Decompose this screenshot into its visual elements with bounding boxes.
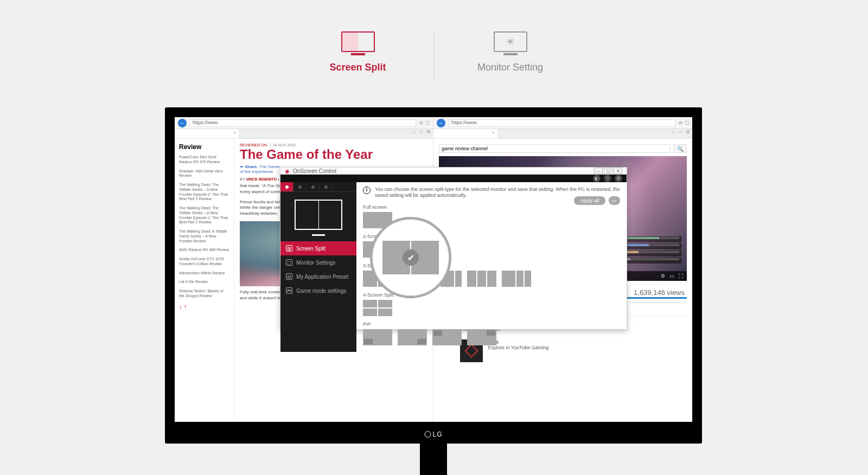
- theater-icon[interactable]: ▭: [669, 273, 674, 279]
- split-icon: ▥: [286, 245, 292, 252]
- osc-menu: ▥Screen Split ▢Monitor Settings ▤My Appl…: [280, 241, 356, 298]
- minimize-button[interactable]: —: [594, 168, 603, 174]
- osc-titlebar[interactable]: ◉ OnScreen Control — ☐ ✕: [280, 168, 627, 175]
- back-button[interactable]: ←: [437, 119, 445, 127]
- osc-monitor-tabs: [280, 182, 356, 192]
- osc-tab-monitor-2[interactable]: [293, 182, 307, 191]
- sidebar-heading: Review: [179, 143, 229, 151]
- preset-icon: ▤: [286, 273, 292, 280]
- sidebar-link[interactable]: The Walking Dead: The Telltale Series – …: [179, 183, 229, 202]
- osc-tab-monitor-4[interactable]: [320, 182, 333, 191]
- back-button[interactable]: ←: [178, 119, 187, 127]
- browser-tab[interactable]: ×: [175, 129, 240, 138]
- screen-split-icon: [341, 31, 375, 54]
- osc-help-icon[interactable]: ◐: [593, 175, 601, 182]
- fullscreen-icon[interactable]: ⛶: [679, 273, 684, 279]
- monitor-stand: [420, 444, 447, 475]
- layout-pip-3[interactable]: [432, 329, 462, 345]
- window-controls[interactable]: ⌂☆⚙: [670, 129, 692, 138]
- sidebar-link[interactable]: The Walking Dead: A Telltale Game Series…: [179, 229, 229, 243]
- search-row: 🔍: [439, 144, 687, 153]
- sidebar-link[interactable]: Shadow Tactics: Blades of the Shogun Rev…: [179, 289, 229, 299]
- sidebar-link[interactable]: AMD Radeon RX 480 Review: [179, 248, 229, 253]
- browser-toolbar: ← https://www. ⟳ ☐: [433, 117, 692, 129]
- apply-current-button[interactable]: ▭: [609, 196, 620, 205]
- layout-4-split[interactable]: [363, 300, 392, 316]
- osc-app-icon: ◉: [285, 168, 290, 174]
- osc-menu-monitor-settings[interactable]: ▢Monitor Settings: [280, 255, 356, 269]
- window-controls[interactable]: ⌂☆⚙: [411, 129, 433, 138]
- osc-settings-icon[interactable]: ⚙: [615, 175, 622, 182]
- maximize-button[interactable]: ☐: [604, 168, 612, 174]
- search-input[interactable]: [439, 144, 671, 153]
- address-bar[interactable]: https://www.: [190, 119, 416, 127]
- sidebar-link[interactable]: Shantae: Half-Genie Hero Review: [179, 169, 229, 179]
- browser-tab[interactable]: ×: [433, 129, 499, 138]
- onscreen-control-window: ◉ OnScreen Control — ☐ ✕ ◐ ? ⚙ ▥Screen S…: [280, 167, 627, 330]
- osc-tab-monitor-3[interactable]: [307, 182, 320, 191]
- osc-monitor-preview: [295, 200, 342, 230]
- tab-monitor-setting[interactable]: ✳ Monitor Setting: [435, 31, 586, 73]
- osc-menu-app-preset[interactable]: ▤My Application Preset: [280, 269, 356, 284]
- monitor-setting-icon: ✳: [494, 31, 527, 54]
- layout-3-split-d[interactable]: [467, 271, 496, 287]
- review-meta: REVIEWED ON 28 NOV 2016: [240, 143, 427, 147]
- views-underline: [622, 297, 687, 299]
- browser-toolbar: ← https://www. ⟳ ☐: [175, 117, 433, 129]
- section-full: Full screen: [363, 204, 620, 210]
- checkmark-icon: ✔: [403, 249, 419, 266]
- address-bar[interactable]: https://www.: [449, 119, 675, 127]
- monitor-brand: LG: [424, 431, 442, 438]
- tab-label: Monitor Setting: [435, 62, 586, 73]
- review-sidebar: Review PowerColor Red Devil Radeon RX 47…: [175, 139, 234, 422]
- osc-sidebar: ▥Screen Split ▢Monitor Settings ▤My Appl…: [280, 182, 356, 352]
- gamepad-icon: 🎮: [286, 287, 292, 294]
- apply-all-button[interactable]: Apply all: [574, 196, 605, 205]
- search-button[interactable]: 🔍: [674, 144, 687, 153]
- section-pip: PIP: [363, 322, 620, 327]
- osc-menu-screen-split[interactable]: ▥Screen Split: [280, 241, 356, 255]
- layout-pip-4[interactable]: [467, 329, 496, 345]
- magnifier-callout: ✔: [370, 217, 451, 298]
- addr-controls[interactable]: ⟳ ☐: [419, 120, 430, 126]
- osc-preview-stand: [312, 234, 325, 236]
- browser-tabstrip: × ⌂☆⚙: [175, 129, 433, 139]
- feature-tabs: Screen Split ✳ Monitor Setting: [0, 0, 868, 80]
- settings-icon[interactable]: ⚙: [661, 273, 665, 279]
- osc-blackbar: ◐ ? ⚙: [280, 175, 627, 182]
- sidebar-link[interactable]: Nvidia GeForce GTX 1070 Founder's Editio…: [179, 257, 229, 267]
- article-title: The Game of the Year: [240, 148, 427, 161]
- osc-info-icon[interactable]: ?: [604, 175, 611, 182]
- layout-pip-2[interactable]: [398, 329, 427, 345]
- layout-pip-1[interactable]: [363, 329, 392, 345]
- osc-tab-monitor-1[interactable]: [280, 182, 293, 191]
- tab-label: Screen Split: [282, 62, 434, 73]
- close-button[interactable]: ✕: [614, 168, 622, 174]
- sidebar-link[interactable]: Werewolves Within Review: [179, 271, 229, 276]
- sidebar-nav-arrows[interactable]: ↓ ↑: [179, 303, 229, 310]
- browser-tabstrip: × ⌂☆⚙: [433, 129, 692, 139]
- osc-title: OnScreen Control: [293, 168, 336, 174]
- layout-3-split-e[interactable]: [502, 271, 531, 287]
- sidebar-link[interactable]: Let It Die Review: [179, 280, 229, 285]
- info-icon: i: [363, 187, 371, 194]
- sidebar-link[interactable]: The Walking Dead: The Telltale Series – …: [179, 206, 229, 225]
- addr-controls[interactable]: ⟳ ☐: [679, 120, 689, 126]
- osc-menu-game-mode[interactable]: 🎮Game mode settings: [280, 284, 356, 298]
- sidebar-link[interactable]: PowerColor Red Devil Radeon RX 470 Revie…: [179, 155, 229, 165]
- lg-logo-icon: [424, 431, 431, 438]
- monitor-icon: ▢: [286, 259, 292, 266]
- tab-screen-split[interactable]: Screen Split: [282, 31, 434, 73]
